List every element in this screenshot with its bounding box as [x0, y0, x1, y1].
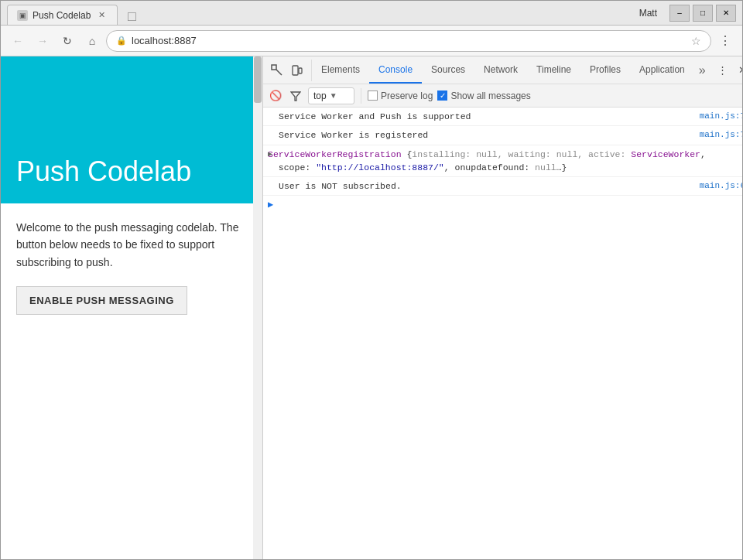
nav-bar: ← → ↻ ⌂ 🔒 localhost:8887 ☆ ⋮ [1, 26, 742, 56]
console-row: Service Worker and Push is supported mai… [263, 108, 742, 126]
browser-window: ▣ Push Codelab ✕ □ Matt – □ ✕ ← → ↻ ⌂ 🔒 … [0, 0, 743, 560]
svg-line-1 [276, 70, 282, 75]
content-area: Push Codelab Welcome to the push messagi… [1, 56, 742, 559]
tab-console[interactable]: Console [369, 56, 422, 84]
show-all-label: Show all messages [450, 90, 530, 101]
maximize-button[interactable]: □ [693, 5, 713, 22]
page-description: Welcome to the push messaging codelab. T… [16, 219, 247, 271]
enable-push-button[interactable]: ENABLE PUSH MESSAGING [16, 286, 187, 315]
console-prompt[interactable]: ▶ [263, 196, 742, 213]
address-bar[interactable]: 🔒 localhost:8887 ☆ [106, 30, 711, 52]
page-body: Welcome to the push messaging codelab. T… [1, 203, 262, 559]
tab-network[interactable]: Network [474, 56, 527, 84]
preserve-log-checkbox[interactable] [368, 90, 378, 101]
new-tab-button[interactable]: □ [121, 8, 142, 25]
expand-arrow-icon[interactable]: ▶ [268, 149, 272, 160]
preserve-log-label: Preserve log [381, 90, 433, 101]
svg-rect-0 [272, 65, 276, 70]
console-file-link[interactable]: main.js:67 [700, 179, 742, 193]
tab-elements[interactable]: Elements [312, 56, 369, 84]
toolbar-separator [361, 88, 361, 104]
console-message: Service Worker is registered [279, 128, 700, 142]
console-filter-icon[interactable] [288, 88, 303, 104]
tab-timeline[interactable]: Timeline [527, 56, 580, 84]
device-mode-icon[interactable] [288, 60, 306, 81]
svg-marker-4 [291, 92, 300, 101]
tab-title: Push Codelab [33, 10, 91, 21]
tab-application[interactable]: Application [630, 56, 694, 84]
devtools-close-button[interactable]: ✕ [734, 60, 742, 81]
devtools-toolbar: Elements Console Sources Network Timelin… [263, 56, 742, 84]
scrollbar-thumb [254, 56, 262, 103]
bookmark-icon[interactable]: ☆ [691, 35, 701, 47]
title-bar: ▣ Push Codelab ✕ □ Matt – □ ✕ [1, 1, 742, 26]
window-controls: – □ ✕ [669, 5, 736, 22]
filter-dropdown-icon: ▼ [330, 91, 337, 100]
refresh-button[interactable]: ↻ [56, 30, 78, 52]
tab-sources[interactable]: Sources [422, 56, 474, 84]
devtools-menu-button[interactable]: ⋮ [714, 60, 732, 81]
console-row: User is NOT subscribed. main.js:67 [263, 177, 742, 196]
tab-area: ▣ Push Codelab ✕ □ [7, 1, 639, 25]
show-all-group: ✓ Show all messages [437, 90, 530, 101]
close-button[interactable]: ✕ [716, 5, 736, 22]
browser-menu-button[interactable]: ⋮ [714, 30, 736, 52]
console-row: Service Worker is registered main.js:79 [263, 126, 742, 145]
page-scrollbar[interactable] [253, 56, 262, 559]
console-file-link[interactable]: main.js:79 [700, 128, 742, 142]
minimize-button[interactable]: – [669, 5, 690, 22]
console-message: ServiceWorkerRegistration {installing: n… [268, 148, 742, 175]
page-content: Push Codelab Welcome to the push messagi… [1, 56, 262, 559]
console-clear-icon[interactable]: 🚫 [268, 88, 283, 104]
svg-rect-3 [299, 68, 302, 73]
show-all-checkbox[interactable]: ✓ [437, 90, 447, 101]
inspect-element-icon[interactable] [268, 60, 286, 81]
console-file-link[interactable]: main.js:75 [700, 110, 742, 123]
browser-tab[interactable]: ▣ Push Codelab ✕ [7, 5, 118, 25]
console-output: Service Worker and Push is supported mai… [263, 108, 742, 559]
preserve-log-group: Preserve log [368, 90, 433, 101]
page-header: Push Codelab [1, 56, 262, 203]
prompt-arrow-icon: ▶ [268, 199, 273, 210]
svg-rect-2 [293, 66, 298, 75]
tab-close-button[interactable]: ✕ [95, 9, 108, 22]
address-text: localhost:8887 [132, 35, 687, 46]
devtools-left-icons [263, 60, 312, 81]
devtools-right-icons: ⋮ ✕ [710, 60, 742, 81]
console-context-filter[interactable]: top ▼ [308, 87, 354, 104]
back-button[interactable]: ← [7, 30, 29, 52]
forward-button[interactable]: → [32, 30, 53, 52]
console-message: Service Worker and Push is supported [279, 110, 700, 123]
home-button[interactable]: ⌂ [81, 30, 103, 52]
devtools-panel: Elements Console Sources Network Timelin… [262, 56, 742, 559]
console-message: User is NOT subscribed. [279, 179, 700, 193]
page-heading: Push Codelab [16, 155, 191, 188]
console-input[interactable] [276, 200, 742, 210]
lock-icon: 🔒 [116, 36, 127, 46]
tab-profiles[interactable]: Profiles [580, 56, 630, 84]
tab-favicon: ▣ [17, 10, 28, 21]
filter-text: top [313, 90, 327, 101]
more-tabs-button[interactable]: » [694, 56, 710, 84]
console-toolbar: 🚫 top ▼ Preserve log ✓ Show all messages [263, 84, 742, 108]
console-row-expandable: ▶ ServiceWorkerRegistration {installing:… [263, 145, 742, 178]
devtools-tabs: Elements Console Sources Network Timelin… [312, 56, 710, 84]
user-label: Matt [639, 8, 657, 19]
